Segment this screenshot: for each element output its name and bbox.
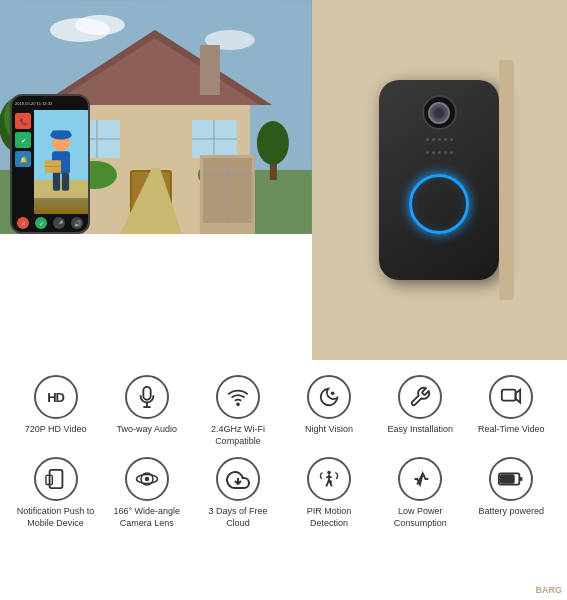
pir-motion-label: PIR Motion Detection [287,506,372,529]
house-image: 2019-05-20 11:12:32 📞 ✔ 🔔 [0,0,312,234]
audio-icon [125,375,169,419]
features-section: HD 720P HD Video Two-way Audio [0,360,567,600]
sidebar-btn-green[interactable]: ✔ [15,132,31,148]
call-answer-btn[interactable]: ✔ [35,217,47,229]
feature-wide-angle: 166° Wide-angle Camera Lens [104,457,189,529]
svg-rect-57 [501,476,514,483]
svg-rect-32 [34,180,88,198]
features-row-1: HD 720P HD Video Two-way Audio [10,375,557,447]
svg-point-22 [257,121,289,165]
phone-timestamp: 2019-05-20 11:12:32 [15,101,52,106]
wide-angle-icon [125,457,169,501]
top-section: 2019-05-20 11:12:32 📞 ✔ 🔔 [0,0,567,360]
push-notification-icon [34,457,78,501]
feature-wifi: 2.4GHz Wi-Fi Compatible [195,375,280,447]
hd-video-icon: HD [34,375,78,419]
pir-motion-icon [307,457,351,501]
speaker-hole-2 [432,138,435,141]
speaker-hole-1 [426,138,429,141]
svg-point-44 [331,392,335,396]
free-cloud-label: 3 Days of Free Cloud [195,506,280,529]
svg-rect-38 [62,173,69,191]
doorbell-section [312,0,567,360]
battery-icon [489,457,533,501]
main-container: 2019-05-20 11:12:32 📞 ✔ 🔔 [0,0,567,600]
phone-topbar: 2019-05-20 11:12:32 [12,96,88,110]
hd-video-label: 720P HD Video [25,424,87,436]
feature-realtime-video: Real-Time Video [469,375,554,436]
phone-overlay: 2019-05-20 11:12:32 📞 ✔ 🔔 [10,94,90,234]
speaker-btn[interactable]: 🔊 [71,217,83,229]
speaker-holes [426,138,453,141]
audio-label: Two-way Audio [116,424,177,436]
wide-angle-label: 166° Wide-angle Camera Lens [104,506,189,529]
speaker-hole-4 [444,138,447,141]
mic-btn[interactable]: 🎤 [53,217,65,229]
feature-night-vision: Night Vision [287,375,372,436]
doorbell-ring-button[interactable] [409,174,469,234]
svg-point-2 [75,15,125,35]
doorbell-device [379,80,499,280]
battery-label: Battery powered [479,506,545,518]
phone-sidebar: 📞 ✔ 🔔 [12,110,34,214]
svg-rect-8 [200,45,220,95]
night-vision-icon [307,375,351,419]
call-end-btn[interactable]: ✕ [17,217,29,229]
feature-hd-video: HD 720P HD Video [13,375,98,436]
speaker-hole-5 [450,138,453,141]
realtime-video-icon [489,375,533,419]
features-row-2: Notification Push to Mobile Device 166° … [10,457,557,529]
wifi-label: 2.4GHz Wi-Fi Compatible [195,424,280,447]
feature-pir-motion: PIR Motion Detection [287,457,372,529]
feature-push-notification: Notification Push to Mobile Device [13,457,98,529]
sidebar-btn-blue[interactable]: 🔔 [15,151,31,167]
phone-video-area: 📞 ✔ 🔔 [12,110,88,214]
svg-point-52 [144,477,149,482]
svg-point-43 [237,403,239,405]
feature-easy-install: Easy Installation [378,375,463,436]
wifi-icon [216,375,260,419]
low-power-icon [398,457,442,501]
speaker-hole-3 [438,138,441,141]
phone-main-video [34,110,88,214]
house-phone-section: 2019-05-20 11:12:32 📞 ✔ 🔔 [0,0,312,360]
night-vision-label: Night Vision [305,424,353,436]
speaker-holes-2 [426,151,453,154]
feature-two-way-audio: Two-way Audio [104,375,189,436]
watermark: BARG [536,585,563,595]
low-power-label: Low Power Consumption [378,506,463,529]
feature-low-power: Low Power Consumption [378,457,463,529]
sidebar-btn-red[interactable]: 📞 [15,113,31,129]
cloud-icon [216,457,260,501]
feature-free-cloud: 3 Days of Free Cloud [195,457,280,529]
feature-battery: Battery powered [469,457,554,518]
camera-lens [428,102,450,124]
easy-install-label: Easy Installation [387,424,453,436]
doorbell-camera [422,95,457,130]
svg-rect-35 [52,131,70,137]
realtime-video-label: Real-Time Video [478,424,545,436]
wrench-icon [398,375,442,419]
push-notification-label: Notification Push to Mobile Device [13,506,98,529]
svg-rect-37 [53,173,60,191]
svg-rect-45 [502,390,516,401]
phone-screen: 2019-05-20 11:12:32 📞 ✔ 🔔 [12,96,88,232]
svg-point-53 [327,471,331,475]
phone-bottombar: ✕ ✔ 🎤 🔊 [12,214,88,232]
